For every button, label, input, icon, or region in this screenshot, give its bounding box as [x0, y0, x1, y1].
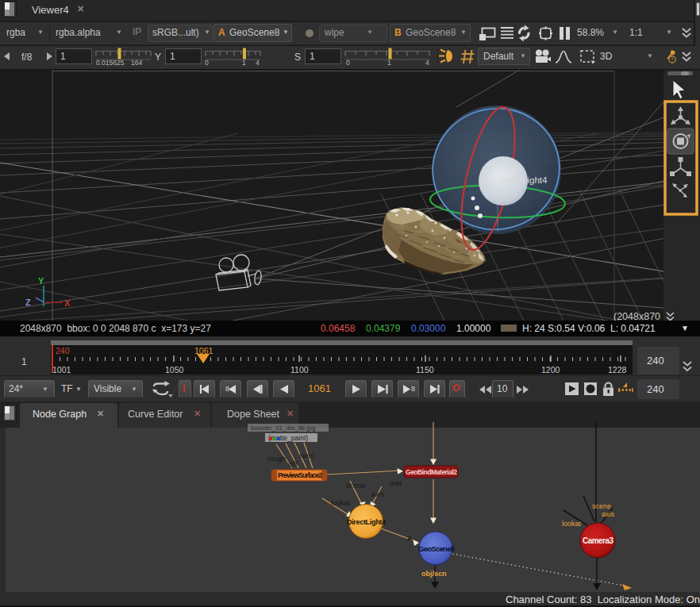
svg-text:rough: rough: [267, 455, 286, 463]
svg-text:DirectLight4: DirectLight4: [498, 175, 548, 185]
svg-text:(2048x870: (2048x870: [613, 311, 660, 321]
svg-text:axis: axis: [371, 490, 385, 498]
svg-text:axis: axis: [602, 510, 615, 518]
svg-text:scene: scene: [346, 482, 365, 490]
svg-text:4: 4: [256, 59, 260, 67]
svg-text:Z: Z: [25, 298, 31, 307]
svg-text:1: 1: [242, 59, 246, 67]
svg-text:mat: mat: [390, 479, 402, 487]
svg-text:diff: diff: [288, 460, 298, 468]
svg-text:X: X: [64, 298, 71, 308]
svg-text:0.015625: 0.015625: [96, 59, 125, 67]
svg-text:8: 8: [225, 385, 229, 393]
svg-text:0: 0: [205, 59, 209, 67]
svg-text:scene: scene: [592, 502, 611, 510]
svg-text:GeoScene8: GeoScene8: [418, 544, 455, 553]
svg-text:Y: Y: [38, 276, 44, 286]
svg-text:8: 8: [411, 385, 415, 393]
svg-text:DirectLight4: DirectLight4: [347, 518, 386, 526]
svg-text:164: 164: [131, 59, 142, 67]
svg-text:1: 1: [387, 59, 391, 67]
svg-text:0: 0: [346, 59, 350, 67]
svg-text:obj/scn: obj/scn: [421, 570, 447, 578]
svg-text:GeoBindMaterial2: GeoBindMaterial2: [406, 468, 457, 476]
svg-text:boulder_01_dm_8k.jpg: boulder_01_dm_8k.jpg: [251, 425, 315, 432]
svg-text:4: 4: [425, 59, 429, 67]
svg-text:PreviewSurface2: PreviewSurface2: [278, 471, 322, 479]
svg-text:lookat: lookat: [562, 520, 582, 528]
svg-text:lookat: lookat: [331, 499, 351, 507]
svg-text:Camera3: Camera3: [583, 536, 613, 545]
svg-text:spec: spec: [299, 451, 315, 459]
svg-text:A: A: [407, 535, 413, 543]
